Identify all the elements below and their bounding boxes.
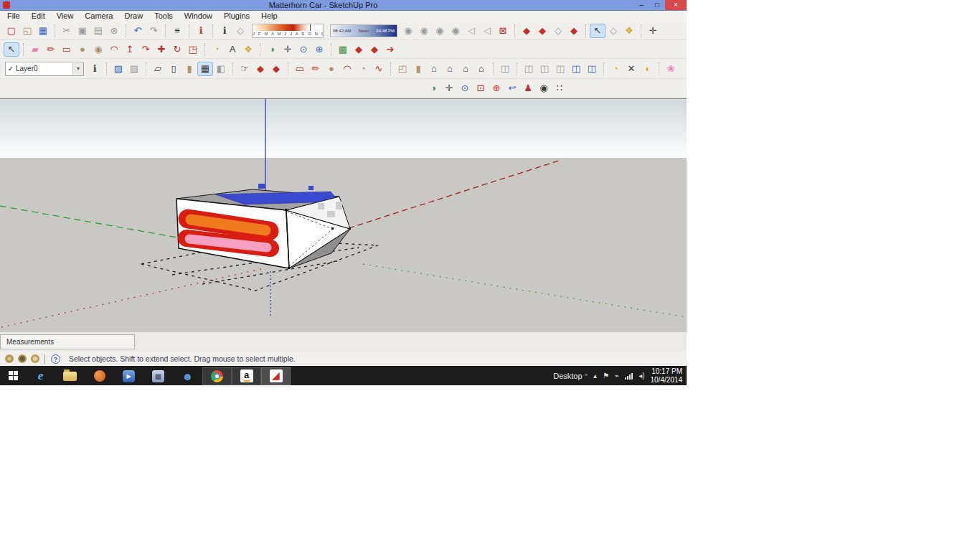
chevron-down-icon[interactable]: ▾ (72, 63, 83, 75)
print-button[interactable]: ≡ (169, 24, 185, 38)
camera-cone-1-button[interactable]: ◁ (463, 24, 479, 38)
action-center-flag-icon[interactable]: ⚑ (603, 372, 609, 380)
taskbar-amazon[interactable]: a (232, 367, 261, 385)
zoom-window-button[interactable]: ⊡ (473, 81, 489, 95)
show-hidden-icons[interactable]: ▴ (593, 372, 597, 380)
arc-2-button[interactable]: ◠ (339, 62, 355, 76)
paint-bucket-button[interactable]: ❖ (240, 42, 256, 57)
measurements-box[interactable]: Measurements (0, 334, 135, 349)
open-button[interactable]: ◱ (19, 24, 35, 38)
power-icon[interactable]: ⌁ (615, 372, 619, 380)
sandbox-button[interactable]: ❀ (663, 62, 679, 76)
start-button[interactable] (0, 366, 26, 385)
taskbar-games[interactable] (85, 367, 114, 385)
text-button[interactable]: A (225, 42, 240, 57)
pan-button[interactable]: ✛ (280, 42, 296, 57)
push-hand-button[interactable]: ☞ (237, 62, 253, 76)
shadow-date-marker[interactable] (310, 24, 311, 31)
paint-sphere-button[interactable]: ❖ (621, 24, 637, 38)
navigation-button[interactable]: ✛ (645, 24, 661, 38)
status-globe-icon[interactable] (5, 354, 14, 363)
component-1-button[interactable]: ◫ (497, 62, 513, 76)
shadow-date-slider[interactable]: J F M A M J J A S O N D (252, 24, 324, 38)
position-camera-button[interactable]: ♟ (520, 81, 536, 95)
overflow-chevrons[interactable]: » (585, 372, 588, 378)
component-sample-button[interactable]: ◇ (232, 24, 248, 38)
taskbar-sketchup[interactable]: ◢ (261, 367, 291, 385)
line-2-button[interactable]: ✏ (308, 62, 324, 76)
shadow-time-slider[interactable]: 08:42 AM Noon 04:48 PM (330, 24, 397, 37)
menu-draw-button[interactable]: Draw (118, 11, 149, 22)
film-camera-button[interactable]: ⊠ (495, 24, 511, 38)
taskbar-file-explorer[interactable] (55, 367, 85, 385)
plugin-3-button[interactable]: ◆ (253, 62, 268, 76)
component-6-button[interactable]: ◫ (584, 62, 600, 76)
export-button[interactable]: ➔ (382, 42, 398, 57)
copy-button[interactable]: ▣ (75, 24, 90, 38)
scene-camera-2-button[interactable]: ◉ (416, 24, 432, 38)
wireframe-button[interactable]: ▱ (150, 62, 166, 76)
viewport-canvas[interactable] (0, 99, 687, 332)
layers-dropdown[interactable]: ✓ Layer0 ▾ (5, 62, 84, 76)
status-person-icon[interactable] (18, 354, 27, 363)
entity-info-button[interactable]: ℹ (217, 24, 232, 38)
paste-button[interactable]: ▤ (90, 24, 106, 38)
component-4-button[interactable]: ◫ (552, 62, 568, 76)
menu-help-button[interactable]: Help (255, 11, 283, 22)
circle-button[interactable]: ● (75, 42, 90, 57)
make-component-button[interactable]: ◇ (606, 24, 621, 38)
desktop-toolbar-label[interactable]: Desktop » (553, 372, 588, 380)
menu-view-button[interactable]: View (51, 11, 80, 22)
house-roof-button[interactable]: ⌂ (442, 62, 458, 76)
close-button[interactable]: × (665, 0, 687, 10)
model-info-button[interactable]: ℹ (193, 24, 209, 38)
shaded-with-textures-button[interactable]: ▦ (197, 62, 213, 76)
component-3-button[interactable]: ◫ (537, 62, 552, 76)
select-button[interactable]: ↖ (4, 42, 19, 57)
ruby-plugin-1-button[interactable]: ◆ (351, 42, 367, 57)
scene-camera-4-button[interactable]: ◉ (448, 24, 463, 38)
credits-button[interactable]: ◆ (566, 24, 582, 38)
tape-measure-2-button[interactable]: ◔ (608, 62, 623, 76)
network-signal-icon[interactable] (625, 372, 633, 380)
help-icon[interactable]: ? (51, 354, 60, 364)
redo-button[interactable]: ↷ (146, 24, 161, 38)
rotate-button[interactable]: ↻ (169, 42, 185, 57)
component-2-button[interactable]: ◫ (521, 62, 537, 76)
taskbar-clock[interactable]: 10:17 PM 10/4/2014 (651, 367, 683, 385)
look-around-button[interactable]: ◉ (536, 81, 552, 95)
volume-icon[interactable]: ◂) (639, 372, 644, 380)
house-solid-button[interactable]: ⌂ (426, 62, 442, 76)
save-button[interactable]: ▦ (35, 24, 51, 38)
circle-2-button[interactable]: ● (324, 62, 339, 76)
tape-measure-button[interactable]: ◔ (209, 42, 225, 57)
zoom-button[interactable]: ⊙ (296, 42, 311, 57)
scene-camera-3-button[interactable]: ◉ (432, 24, 448, 38)
monochrome-button[interactable]: ◧ (213, 62, 229, 76)
zoom-button[interactable]: ⊙ (457, 81, 473, 95)
get-models-button[interactable]: ◆ (519, 24, 534, 38)
zoom-extents-button[interactable]: ⊕ (489, 81, 504, 95)
shape-cylinder-button[interactable]: ▮ (410, 62, 426, 76)
house-outline-button[interactable]: ⌂ (458, 62, 473, 76)
eraser-button[interactable]: ▰ (27, 42, 43, 57)
push-pull-button[interactable]: ↥ (122, 42, 138, 57)
title-bar[interactable]: Matterhorn Car - SketchUp Pro – □ × (0, 0, 687, 11)
hidden-line-button[interactable]: ▯ (166, 62, 182, 76)
zoom-extents-button[interactable]: ⊕ (311, 42, 327, 57)
follow-me-button[interactable]: ↷ (138, 42, 154, 57)
taskbar-movie-maker[interactable]: ▦ (143, 367, 173, 385)
arc-button[interactable]: ◠ (106, 42, 122, 57)
taskbar-chrome[interactable] (202, 367, 232, 385)
shape-box-button[interactable]: ◰ (395, 62, 410, 76)
taskbar-messenger[interactable]: ☻ (173, 367, 202, 385)
menu-file-button[interactable]: File (1, 11, 26, 22)
rectangle-2-button[interactable]: ▭ (292, 62, 308, 76)
upload-component-button[interactable]: ◇ (550, 24, 566, 38)
erase-button[interactable]: ⊗ (106, 24, 122, 38)
cut-button[interactable]: ✂ (59, 24, 75, 38)
back-edges-button[interactable]: ▧ (126, 62, 142, 76)
protractor-button[interactable]: ◖ (639, 62, 655, 76)
orbit-button[interactable]: ◑ (264, 42, 280, 57)
ruby-plugin-2-button[interactable]: ◆ (367, 42, 382, 57)
